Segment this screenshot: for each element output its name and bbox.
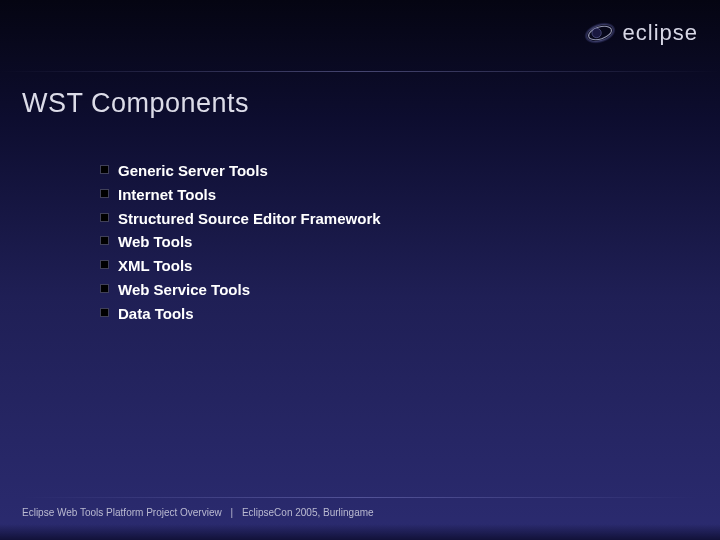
footer-separator: | bbox=[230, 507, 233, 518]
slide-content: Generic Server Tools Internet Tools Stru… bbox=[100, 160, 381, 326]
header-bar: eclipse bbox=[0, 0, 720, 72]
list-item: Generic Server Tools bbox=[100, 160, 381, 182]
list-item: Structured Source Editor Framework bbox=[100, 208, 381, 230]
list-item: XML Tools bbox=[100, 255, 381, 277]
footer-right: EclipseCon 2005, Burlingame bbox=[242, 507, 374, 518]
bottom-fade bbox=[0, 524, 720, 540]
list-item: Web Service Tools bbox=[100, 279, 381, 301]
eclipse-logo: eclipse bbox=[583, 16, 698, 50]
eclipse-logo-text: eclipse bbox=[623, 20, 698, 46]
slide-title: WST Components bbox=[22, 88, 249, 119]
list-item: Web Tools bbox=[100, 231, 381, 253]
list-item: Data Tools bbox=[100, 303, 381, 325]
slide-footer: Eclipse Web Tools Platform Project Overv… bbox=[22, 507, 698, 518]
list-item: Internet Tools bbox=[100, 184, 381, 206]
eclipse-swirl-icon bbox=[583, 16, 617, 50]
bullet-list: Generic Server Tools Internet Tools Stru… bbox=[100, 160, 381, 324]
footer-left: Eclipse Web Tools Platform Project Overv… bbox=[22, 507, 222, 518]
